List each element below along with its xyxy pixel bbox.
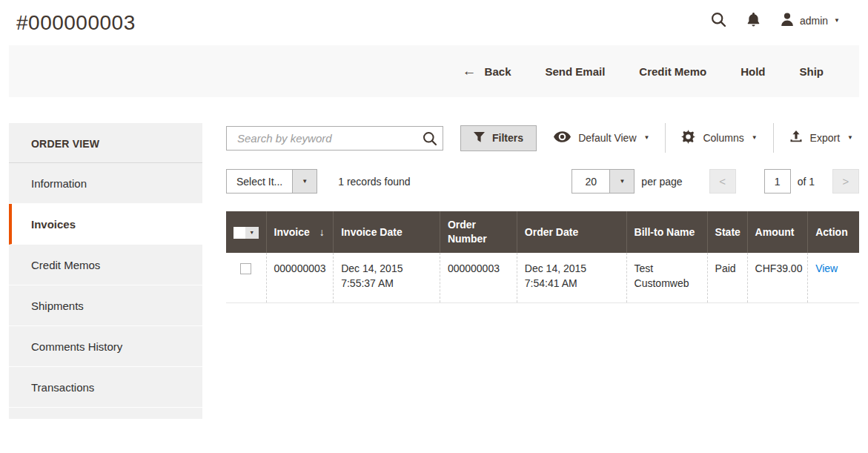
page-number-input[interactable] bbox=[764, 169, 791, 194]
ship-label: Ship bbox=[800, 65, 824, 78]
back-button[interactable]: ← Back bbox=[463, 65, 511, 79]
column-label: Bill-to Name bbox=[635, 226, 695, 238]
chevron-down-icon: ▼ bbox=[847, 135, 853, 141]
content: ORDER VIEW Information Invoices Credit M… bbox=[9, 123, 859, 419]
mass-action-label: Select It... bbox=[226, 169, 293, 194]
sidebar-item-comments-history[interactable]: Comments History bbox=[9, 326, 202, 367]
bill-to-name-cell: Test Customweb bbox=[626, 253, 707, 302]
export-button[interactable]: Export ▼ bbox=[774, 123, 859, 153]
amount-cell: CHF39.00 bbox=[747, 253, 808, 302]
select-all-dropdown-button[interactable]: ▼ bbox=[245, 227, 259, 239]
mass-action-caret-button[interactable]: ▼ bbox=[293, 169, 317, 194]
action-cell: View bbox=[808, 253, 859, 302]
page-title: #000000003 bbox=[16, 11, 136, 35]
view-selector[interactable]: Default View ▼ bbox=[538, 123, 665, 153]
invoice-cell: 000000003 bbox=[266, 253, 334, 302]
username: admin bbox=[800, 15, 828, 27]
mass-action-select[interactable]: Select It... ▼ bbox=[226, 169, 317, 194]
grid-controls-row: Select It... ▼ 1 records found 20 ▼ per … bbox=[226, 169, 859, 194]
invoices-grid-panel: Filters Default View ▼ Columns ▼ bbox=[226, 123, 859, 303]
invoices-table: ▼ Invoice↓ Invoice Date Order Number Ord… bbox=[226, 211, 859, 303]
chevron-down-icon: ▼ bbox=[249, 230, 254, 235]
sidebar-title: ORDER VIEW bbox=[9, 123, 202, 163]
chevron-down-icon: ▼ bbox=[752, 135, 758, 141]
credit-memo-button[interactable]: Credit Memo bbox=[639, 65, 706, 78]
select-all-checkbox[interactable] bbox=[233, 227, 245, 239]
sort-desc-icon: ↓ bbox=[319, 226, 325, 238]
notifications-button[interactable] bbox=[747, 13, 760, 29]
view-invoice-link[interactable]: View bbox=[815, 262, 838, 274]
column-header-order-number[interactable]: Order Number bbox=[440, 211, 517, 253]
column-header-state[interactable]: State bbox=[707, 211, 747, 253]
grid-toolbar: Filters Default View ▼ Columns ▼ bbox=[226, 123, 859, 153]
back-arrow-icon: ← bbox=[463, 64, 477, 78]
row-checkbox[interactable] bbox=[240, 263, 251, 274]
table-header-row: ▼ Invoice↓ Invoice Date Order Number Ord… bbox=[226, 211, 859, 253]
hold-label: Hold bbox=[741, 65, 765, 78]
sidebar-item-shipments[interactable]: Shipments bbox=[9, 285, 202, 326]
back-label: Back bbox=[485, 65, 511, 78]
select-all-header: ▼ bbox=[226, 211, 266, 253]
account-icon bbox=[781, 13, 794, 28]
column-header-bill-to-name[interactable]: Bill-to Name bbox=[626, 211, 707, 253]
order-date-cell: Dec 14, 2015 7:54:41 AM bbox=[517, 253, 626, 302]
total-pages-label: of 1 bbox=[798, 176, 815, 188]
column-header-order-date[interactable]: Order Date bbox=[517, 211, 626, 253]
order-number-cell: 000000003 bbox=[440, 253, 517, 302]
columns-selector[interactable]: Columns ▼ bbox=[666, 123, 772, 153]
order-view-sidebar: ORDER VIEW Information Invoices Credit M… bbox=[9, 123, 202, 419]
column-label: Amount bbox=[755, 226, 795, 238]
column-label: State bbox=[715, 226, 741, 238]
column-label: Invoice bbox=[274, 226, 310, 238]
filters-button[interactable]: Filters bbox=[460, 125, 537, 151]
export-icon bbox=[789, 130, 803, 145]
user-menu[interactable]: admin ▼ bbox=[781, 13, 840, 28]
search-input[interactable] bbox=[226, 126, 443, 151]
per-page-label: per page bbox=[641, 176, 682, 188]
columns-label: Columns bbox=[703, 132, 743, 144]
bell-icon bbox=[747, 13, 760, 29]
global-search-button[interactable] bbox=[711, 12, 726, 30]
column-header-action[interactable]: Action bbox=[808, 211, 859, 253]
row-select-cell bbox=[226, 253, 266, 302]
search-icon bbox=[711, 12, 726, 30]
select-all-control: ▼ bbox=[233, 227, 259, 239]
search-icon bbox=[423, 137, 437, 148]
chevron-left-icon: < bbox=[719, 175, 726, 188]
prev-page-button[interactable]: < bbox=[709, 169, 736, 194]
per-page-caret-button[interactable]: ▼ bbox=[610, 169, 635, 194]
column-header-invoice-date[interactable]: Invoice Date bbox=[334, 211, 440, 253]
column-header-invoice[interactable]: Invoice↓ bbox=[266, 211, 334, 253]
per-page-select[interactable]: 20 ▼ bbox=[572, 169, 635, 194]
chevron-down-icon: ▼ bbox=[302, 179, 308, 185]
page-header: #000000003 admin ▼ bbox=[0, 0, 868, 42]
view-controls: Default View ▼ Columns ▼ Export bbox=[538, 123, 859, 153]
sidebar-item-credit-memos[interactable]: Credit Memos bbox=[9, 245, 202, 285]
records-found: 1 records found bbox=[338, 176, 410, 188]
invoice-date-cell: Dec 14, 2015 7:55:37 AM bbox=[334, 253, 440, 302]
credit-memo-label: Credit Memo bbox=[639, 65, 706, 78]
filters-label: Filters bbox=[492, 132, 523, 144]
header-actions: admin ▼ bbox=[711, 12, 840, 30]
sidebar-item-information[interactable]: Information bbox=[9, 163, 202, 204]
gear-icon bbox=[681, 130, 695, 146]
chevron-down-icon: ▼ bbox=[619, 179, 625, 185]
per-page-value: 20 bbox=[572, 169, 610, 194]
ship-button[interactable]: Ship bbox=[800, 65, 824, 78]
chevron-down-icon: ▼ bbox=[834, 18, 840, 24]
pagination: 20 ▼ per page < of 1 > bbox=[572, 169, 859, 194]
chevron-right-icon: > bbox=[843, 175, 849, 188]
column-label: Order Number bbox=[448, 219, 487, 245]
chevron-down-icon: ▼ bbox=[644, 135, 650, 141]
next-page-button[interactable]: > bbox=[832, 169, 859, 194]
sidebar-item-invoices[interactable]: Invoices bbox=[9, 204, 202, 245]
column-header-amount[interactable]: Amount bbox=[747, 211, 808, 253]
sidebar-nav: Information Invoices Credit Memos Shipme… bbox=[9, 163, 202, 408]
send-email-button[interactable]: Send Email bbox=[545, 65, 605, 78]
hold-button[interactable]: Hold bbox=[741, 65, 765, 78]
search-submit-button[interactable] bbox=[421, 130, 439, 150]
order-action-bar: ← Back Send Email Credit Memo Hold Ship bbox=[9, 45, 859, 97]
column-label: Action bbox=[815, 226, 848, 238]
sidebar-item-transactions[interactable]: Transactions bbox=[9, 367, 202, 408]
view-label: Default View bbox=[578, 132, 636, 144]
